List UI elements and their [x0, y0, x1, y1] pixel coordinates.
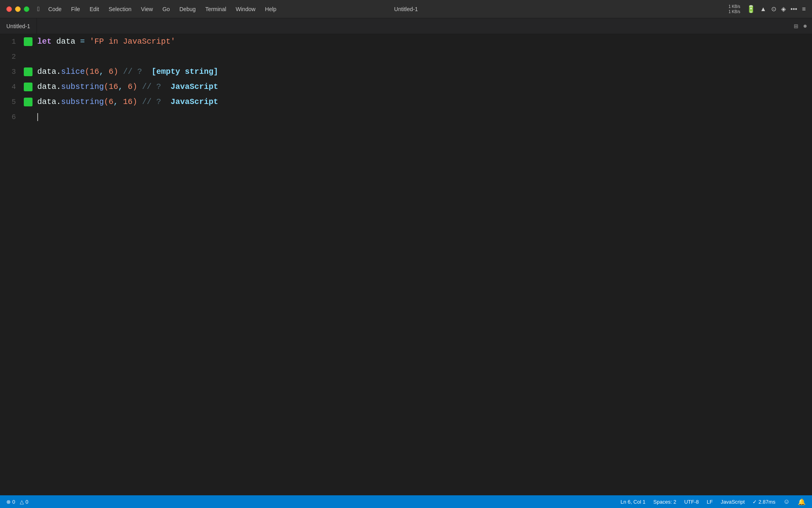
tab-right-icons: ⊞ ● — [794, 22, 807, 31]
code-line-1: 1 let data = 'FP in JavaScript' — [0, 34, 806, 49]
list-icon[interactable]: ≡ — [802, 6, 806, 13]
code-line-2: 2 — [0, 49, 806, 64]
menu-debug[interactable]: Debug — [175, 5, 199, 13]
menu-window[interactable]: Window — [232, 5, 260, 13]
minimize-button[interactable] — [15, 6, 21, 12]
line-number-6: 6 — [0, 110, 24, 125]
code-line-5: 5 data.substring(6, 16) // ? JavaScript — [0, 94, 806, 110]
clock-icon: ⊙ — [771, 5, 776, 13]
cursor-position[interactable]: Ln 6, Col 1 — [620, 499, 645, 505]
dot-indicator: ● — [803, 22, 807, 30]
menu-bar:  Code File Edit Selection View Go Debug… — [34, 5, 280, 13]
code-content-1: let data = 'FP in JavaScript' — [37, 34, 175, 49]
code-line-6: 6 — [0, 110, 806, 125]
editor-container[interactable]: 1 let data = 'FP in JavaScript' 2 3 data… — [0, 34, 812, 495]
battery-icon: 🔋 — [747, 5, 755, 13]
feedback-icon[interactable]: ☺ — [783, 498, 790, 505]
split-editor-icon[interactable]: ⊞ — [794, 22, 798, 31]
timing: ✓ 2.87ms — [753, 499, 775, 505]
line-indicator-1 — [24, 37, 33, 46]
menu-file[interactable]: File — [67, 5, 84, 13]
language-mode[interactable]: JavaScript — [721, 499, 745, 505]
code-line-4: 4 data.substring(16, 6) // ? JavaScript — [0, 79, 806, 94]
user-icon: ◈ — [781, 5, 786, 13]
code-content-5: data.substring(6, 16) // ? JavaScript — [37, 94, 218, 110]
wifi-icon: ▲ — [760, 6, 766, 13]
traffic-lights — [6, 6, 29, 12]
line-indicator-5 — [24, 98, 33, 106]
line-indicator-3 — [24, 67, 33, 76]
status-left: ⊗ 0 △ 0 — [6, 499, 28, 505]
status-icons: 🔋 ▲ ⊙ ◈ ••• ≡ — [747, 5, 806, 13]
line-number-5: 5 — [0, 94, 24, 110]
editor-tab[interactable]: Untitled-1 — [0, 18, 37, 34]
title-bar:  Code File Edit Selection View Go Debug… — [0, 0, 812, 18]
code-line-3: 3 data.slice(16, 6) // ? [empty string] — [0, 64, 806, 79]
code-content-3: data.slice(16, 6) // ? [empty string] — [37, 64, 218, 79]
menu-help[interactable]: Help — [261, 5, 280, 13]
editor-content[interactable]: 1 let data = 'FP in JavaScript' 2 3 data… — [0, 34, 806, 495]
menu-go[interactable]: Go — [159, 5, 174, 13]
notification-icon[interactable]: 🔔 — [798, 498, 806, 506]
indentation[interactable]: Spaces: 2 — [653, 499, 676, 505]
tab-bar: Untitled-1 ⊞ ● — [0, 18, 812, 34]
menu-code[interactable]: Code — [44, 5, 65, 13]
close-button[interactable] — [6, 6, 12, 12]
title-bar-left:  Code File Edit Selection View Go Debug… — [6, 5, 280, 13]
menu-terminal[interactable]: Terminal — [201, 5, 230, 13]
menu-selection[interactable]: Selection — [105, 5, 136, 13]
warning-icon: △ — [20, 499, 24, 505]
status-right: Ln 6, Col 1 Spaces: 2 UTF-8 LF JavaScrip… — [620, 498, 806, 506]
error-icon: ⊗ — [6, 499, 11, 505]
error-number: 0 — [12, 499, 15, 505]
line-indicator-4 — [24, 83, 33, 91]
network-down: 1 KB/s — [729, 9, 740, 14]
code-content-6 — [37, 110, 38, 125]
line-number-4: 4 — [0, 79, 24, 94]
title-bar-right: 1 KB/s 1 KB/s 🔋 ▲ ⊙ ◈ ••• ≡ — [729, 4, 806, 14]
code-content-4: data.substring(16, 6) // ? JavaScript — [37, 79, 218, 94]
line-indicator-6 — [24, 113, 33, 121]
network-speed: 1 KB/s 1 KB/s — [729, 4, 740, 14]
error-count[interactable]: ⊗ 0 △ 0 — [6, 499, 28, 505]
scrollbar[interactable] — [806, 34, 812, 495]
more-icon[interactable]: ••• — [791, 6, 797, 13]
maximize-button[interactable] — [24, 6, 29, 12]
network-up: 1 KB/s — [729, 4, 740, 9]
window-title: Untitled-1 — [394, 6, 418, 12]
line-number-3: 3 — [0, 64, 24, 79]
warning-number: 0 — [25, 499, 28, 505]
line-number-1: 1 — [0, 34, 24, 49]
line-number-2: 2 — [0, 49, 24, 64]
menu-view[interactable]: View — [137, 5, 157, 13]
line-ending[interactable]: LF — [707, 499, 713, 505]
line-indicator-2 — [24, 52, 33, 61]
status-bar: ⊗ 0 △ 0 Ln 6, Col 1 Spaces: 2 UTF-8 LF J… — [0, 495, 812, 508]
tab-label: Untitled-1 — [6, 23, 30, 29]
menu-edit[interactable]: Edit — [86, 5, 103, 13]
apple-logo[interactable]:  — [34, 5, 43, 13]
encoding[interactable]: UTF-8 — [684, 499, 699, 505]
